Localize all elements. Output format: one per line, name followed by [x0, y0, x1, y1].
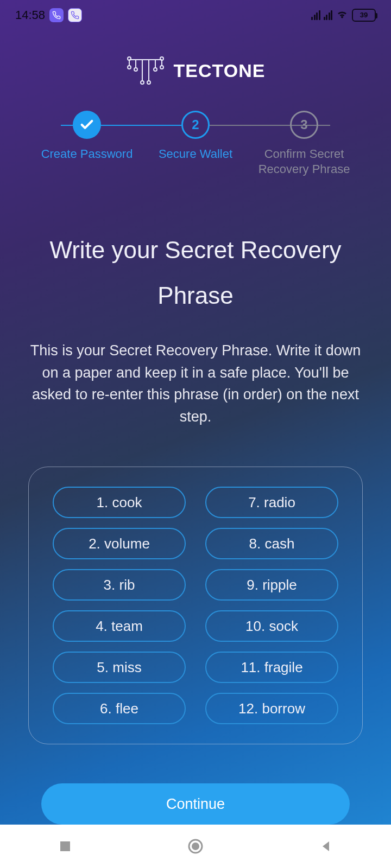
viber-icon [49, 8, 64, 22]
viber-icon [68, 8, 82, 22]
main-content: Write your Secret Recovery Phrase This i… [0, 177, 391, 825]
step-label: Secure Wallet [159, 146, 232, 162]
svg-point-9 [141, 81, 144, 84]
svg-point-14 [160, 57, 163, 60]
step-create-password: Create Password [33, 111, 141, 162]
phrase-word: 6. flee [53, 693, 186, 724]
svg-point-8 [134, 68, 137, 71]
app-header: TECTONE [0, 54, 391, 88]
phrase-word: 1. cook [53, 487, 186, 518]
svg-point-10 [147, 81, 150, 84]
svg-point-13 [128, 57, 131, 60]
svg-point-12 [160, 66, 163, 69]
phrase-grid: 1. cook 7. radio 2. volume 8. cash 3. ri… [53, 487, 338, 724]
wifi-icon [336, 8, 349, 22]
system-nav-bar [0, 825, 391, 868]
back-button[interactable] [315, 835, 337, 857]
stepper: Create Password 2 Secure Wallet 3 Confir… [0, 111, 391, 177]
phrase-word: 9. ripple [205, 569, 338, 601]
continue-button[interactable]: Continue [41, 783, 350, 825]
phrase-word: 12. borrow [205, 693, 338, 724]
signal-icon [324, 10, 333, 20]
phrase-word: 2. volume [53, 528, 186, 559]
battery-icon: 39 [352, 9, 376, 22]
status-right: 39 [311, 8, 376, 22]
phrase-word: 4. team [53, 610, 186, 642]
phrase-word: 3. rib [53, 569, 186, 601]
home-button[interactable] [185, 835, 206, 857]
recovery-phrase-box: 1. cook 7. radio 2. volume 8. cash 3. ri… [28, 467, 363, 744]
status-bar: 14:58 39 [0, 0, 391, 30]
app-name: TECTONE [174, 60, 266, 81]
step-number: 3 [290, 111, 318, 139]
phrase-word: 5. miss [53, 652, 186, 683]
step-label: Create Password [41, 146, 133, 162]
recent-apps-button[interactable] [54, 835, 76, 857]
phrase-word: 11. fragile [205, 652, 338, 683]
phrase-word: 8. cash [205, 528, 338, 559]
page-title: Write your Secret Recovery Phrase [28, 227, 363, 318]
step-label: Confirm Secret Recovery Phrase [253, 146, 356, 177]
svg-point-7 [128, 66, 131, 69]
status-time: 14:58 [15, 8, 45, 22]
signal-icon [311, 10, 320, 20]
battery-level: 39 [360, 11, 368, 19]
tectone-logo-icon [126, 54, 165, 88]
status-left: 14:58 [15, 8, 82, 22]
svg-point-11 [154, 68, 157, 71]
step-secure-wallet: 2 Secure Wallet [141, 111, 250, 162]
svg-point-17 [192, 843, 199, 850]
phrase-word: 7. radio [205, 487, 338, 518]
checkmark-icon [73, 111, 101, 139]
svg-rect-15 [60, 841, 70, 851]
page-description: This is your Secret Recovery Phrase. Wri… [28, 340, 363, 427]
step-number: 2 [181, 111, 210, 139]
phrase-word: 10. sock [205, 610, 338, 642]
step-confirm-phrase: 3 Confirm Secret Recovery Phrase [250, 111, 358, 177]
